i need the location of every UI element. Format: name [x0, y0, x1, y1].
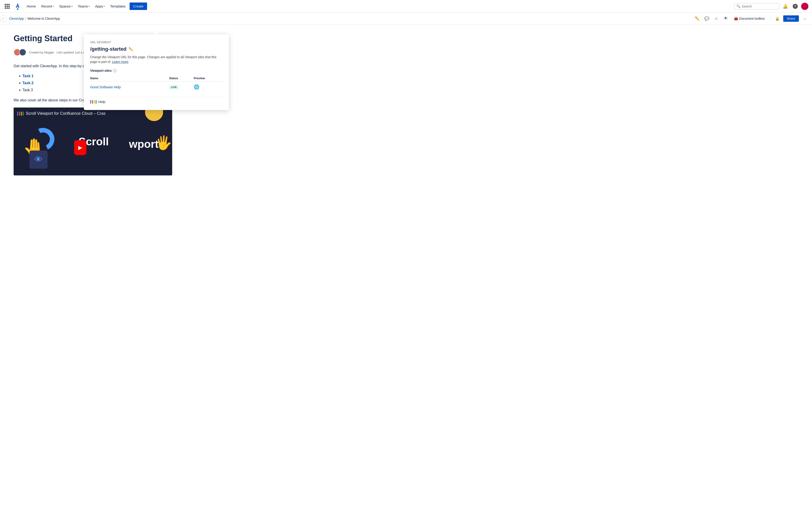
- breadcrumb-actions: ✏️ 💬 ☆ 👁 🧰 Document toolbox 🔒 Share ···: [694, 15, 808, 22]
- popup-url-value: /getting-started: [90, 46, 126, 52]
- breadcrumb-space[interactable]: CleverApp: [9, 17, 24, 20]
- right-hand-icon: 🖐: [155, 135, 172, 151]
- more-options-button[interactable]: ···: [801, 15, 808, 22]
- preview-globe-icon[interactable]: 🌐: [194, 84, 199, 90]
- youtube-play-button[interactable]: ▶: [74, 140, 86, 155]
- nav-templates[interactable]: Templates: [108, 3, 128, 9]
- watch-button[interactable]: 👁: [722, 15, 729, 22]
- play-icon: ▶: [78, 145, 82, 151]
- sidebar-collapse-button[interactable]: ›: [0, 15, 6, 22]
- chevron-right-icon: ›: [3, 17, 4, 20]
- create-button[interactable]: Create: [130, 2, 147, 10]
- search-input[interactable]: [742, 5, 777, 8]
- info-icon[interactable]: i: [113, 69, 117, 72]
- video-title: Scroll Viewport for Confluence Cloud – C…: [26, 111, 106, 116]
- scroll-badge: 👁: [30, 151, 48, 169]
- teams-chevron-icon: ▾: [89, 5, 90, 7]
- author-avatar-2: [19, 49, 26, 56]
- video-embed[interactable]: Scroll Viewport for Confluence Cloud – C…: [14, 108, 172, 175]
- scroll-logo: [90, 100, 97, 104]
- col-status: Status: [169, 75, 194, 81]
- nav-home[interactable]: Home: [24, 3, 38, 9]
- popup-url-row: /getting-started ✏️: [90, 46, 222, 52]
- comment-button[interactable]: 💬: [703, 15, 711, 22]
- ellipsis-icon: ···: [803, 16, 807, 21]
- navbar-right: 🔍 🔔 ?: [734, 2, 808, 10]
- breadcrumb-page[interactable]: Welcome to CleverApp: [28, 17, 60, 20]
- scroll-eye-icon: 👁: [35, 155, 43, 164]
- grid-menu-icon[interactable]: [4, 3, 11, 10]
- edit-button[interactable]: ✏️: [694, 15, 701, 22]
- share-button[interactable]: Share: [783, 15, 799, 22]
- comment-icon: 💬: [704, 16, 709, 21]
- document-toolbox-label: Document toolbox: [739, 17, 765, 20]
- popup-help: Help: [90, 97, 222, 104]
- popup-edit-icon[interactable]: ✏️: [129, 47, 133, 51]
- nav-recent[interactable]: Recent ▾: [39, 3, 56, 9]
- star-icon: ☆: [715, 16, 718, 21]
- navbar-left: Home Recent ▾ Spaces ▾ Teams ▾ Apps ▾ Te…: [4, 2, 734, 10]
- search-icon: 🔍: [737, 5, 741, 8]
- author-avatars: [14, 49, 26, 56]
- star-button[interactable]: ☆: [713, 15, 720, 22]
- nav-teams[interactable]: Teams ▾: [76, 3, 92, 9]
- nav-spaces[interactable]: Spaces ▾: [57, 3, 75, 9]
- search-box[interactable]: 🔍: [734, 3, 779, 9]
- site-name-link[interactable]: Good Software Help: [90, 85, 121, 89]
- breadcrumb: CleverApp / Welcome to CleverApp: [9, 17, 694, 20]
- help-button[interactable]: ?: [791, 2, 799, 10]
- user-avatar[interactable]: [801, 3, 808, 10]
- task-2-link[interactable]: Task 2: [22, 81, 34, 85]
- restrict-button[interactable]: 🔒: [774, 15, 781, 22]
- popup-description: Change the Viewport URL for this page. C…: [90, 55, 222, 64]
- lock-icon: 🔒: [775, 16, 779, 21]
- task-3-text: Task 3: [22, 88, 33, 92]
- pencil-icon: ✏️: [695, 16, 700, 21]
- sites-table-header: Name Status Preview: [90, 75, 222, 81]
- viewport-sites-label: Viewport sites i: [90, 69, 222, 72]
- eye-icon: 👁: [724, 16, 728, 21]
- table-row: Good Software Help LIVE 🌐: [90, 81, 222, 93]
- col-preview: Preview: [194, 75, 222, 81]
- recent-chevron-icon: ▾: [53, 5, 54, 7]
- breadcrumb-separator: /: [25, 17, 26, 20]
- task-1-link[interactable]: Task 1: [22, 74, 34, 78]
- atlassian-logo[interactable]: [14, 2, 22, 10]
- col-name: Name: [90, 75, 169, 81]
- navbar: Home Recent ▾ Spaces ▾ Teams ▾ Apps ▾ Te…: [0, 0, 812, 13]
- notifications-button[interactable]: 🔔: [781, 2, 789, 10]
- popup-arrow: [154, 32, 159, 35]
- sites-table-body: Good Software Help LIVE 🌐: [90, 81, 222, 93]
- status-badge: LIVE: [169, 85, 179, 89]
- toolbox-icon: 🧰: [734, 17, 738, 20]
- apps-chevron-icon: ▾: [104, 5, 105, 7]
- breadcrumb-bar: › CleverApp / Welcome to CleverApp ✏️ 💬 …: [0, 13, 812, 25]
- created-by: Created by Maggie: [29, 51, 54, 54]
- bell-icon: 🔔: [783, 4, 788, 9]
- url-segment-popup: URL segment /getting-started ✏️ Change t…: [84, 35, 229, 110]
- nav-apps[interactable]: Apps ▾: [93, 3, 107, 9]
- sites-table: Name Status Preview Good Software Help L…: [90, 75, 222, 92]
- spaces-chevron-icon: ▾: [71, 5, 72, 7]
- popup-section-label: URL segment: [90, 41, 222, 44]
- document-toolbox-button[interactable]: 🧰 Document toolbox: [732, 16, 767, 21]
- svg-point-0: [17, 8, 18, 10]
- learn-more-link[interactable]: Learn more: [112, 60, 129, 64]
- help-link[interactable]: Help: [98, 100, 105, 104]
- wport-text: wport: [129, 138, 159, 150]
- help-icon: ?: [793, 4, 798, 9]
